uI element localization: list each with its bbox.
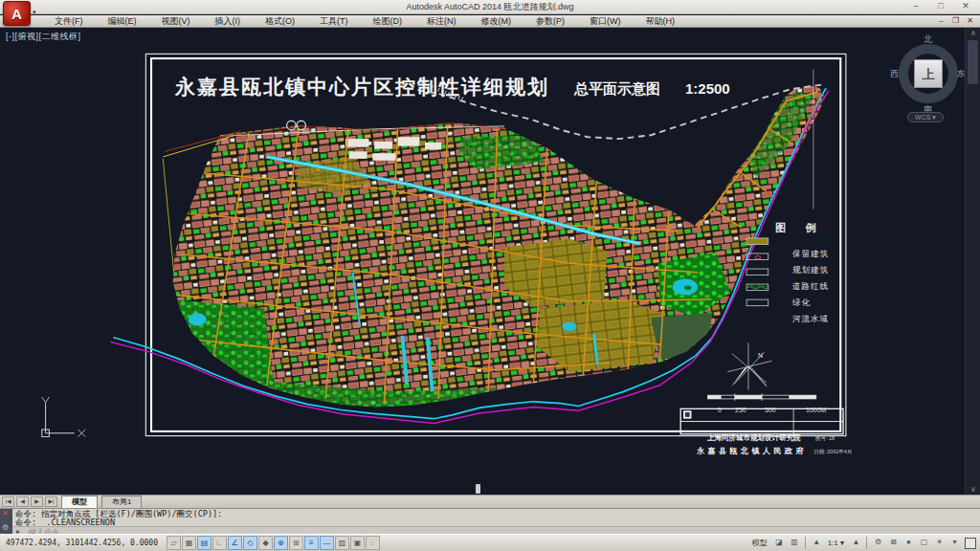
tray-icon-5[interactable]: ▾	[947, 536, 962, 550]
menu-item-5[interactable]: 工具(T)	[307, 15, 361, 28]
toggle-quick-properties[interactable]: ▣	[350, 536, 365, 550]
toggle-infer-constraints[interactable]: ▱	[167, 536, 181, 550]
coordinates-display[interactable]: 497472.4294, 3101442.4256, 0.0000	[0, 539, 166, 547]
toggle-dynamic-ucs[interactable]: ⊞	[289, 536, 303, 550]
menu-item-8[interactable]: 修改(M)	[469, 15, 524, 28]
viewport-controls-label[interactable]: [-][俯视][二维线框]	[6, 31, 81, 43]
sheet-scale: 1:2500	[685, 80, 730, 99]
tray-icon-4[interactable]: ☀	[932, 536, 947, 550]
sheet-main-title: 永嘉县瓯北镇中心片区控制性详细规划	[175, 74, 549, 100]
toggle-polar-tracking[interactable]: ∠	[228, 536, 242, 550]
scale-bar	[707, 393, 815, 401]
command-rail: ✕ ⚙	[0, 509, 12, 535]
toggle-selection-cycling[interactable]: ◌	[366, 536, 380, 550]
menu-item-9[interactable]: 参数(P)	[523, 15, 577, 28]
scalebar-tick-3: 1000M	[806, 407, 826, 413]
window-button-close[interactable]: ✕	[953, 0, 978, 13]
annotation-icon[interactable]: ▲	[810, 536, 824, 550]
north-arrow	[727, 342, 771, 389]
sheet-subtitle: 总平面示意图	[574, 80, 660, 99]
sheet-subtitle-row: 总平面示意图 1:2500	[574, 80, 730, 99]
status-right-cluster: 模型 ◪▥ ▲ 1:1 ▾ ▲ ⚙⊠●▢☀▾	[748, 536, 980, 550]
titleblock-date: 日期: 2001年4月	[813, 449, 852, 455]
annotation-scale-button[interactable]: 1:1 ▾	[824, 539, 848, 547]
tab-nav-3[interactable]: ▶|	[45, 496, 57, 507]
tab-layout1[interactable]: 布局1	[101, 496, 142, 508]
menu-bar-items: 文件(F)编辑(E)视图(V)插入(I)格式(O)工具(T)绘图(D)标注(N)…	[0, 15, 980, 28]
tab-nav-2[interactable]: ▶	[31, 496, 43, 507]
tab-nav-1[interactable]: ◀	[16, 496, 29, 507]
tray-icon-0[interactable]: ⚙	[871, 536, 885, 550]
mdi-window-buttons[interactable]: –❐✕	[934, 15, 977, 28]
tray-icon-2[interactable]: ●	[902, 536, 916, 550]
titleblock-government: 永嘉县瓯北镇人民政府	[697, 446, 807, 456]
layout-quickview-icons: ◪▥	[771, 536, 802, 550]
menu-item-1[interactable]: 编辑(E)	[96, 15, 149, 28]
clean-screen-button[interactable]	[965, 538, 976, 549]
scroll-up-icon[interactable]: ∧	[966, 29, 980, 37]
menu-item-11[interactable]: 帮助(H)	[634, 15, 688, 28]
tray-icon-3[interactable]: ▢	[917, 536, 931, 550]
toggle-grid-display[interactable]: ▤	[197, 536, 212, 550]
north-label: N	[758, 352, 763, 359]
menu-item-7[interactable]: 标注(N)	[414, 15, 469, 28]
scalebar-tick-2: 500	[765, 407, 776, 413]
scroll-down-icon[interactable]: ∨	[966, 485, 980, 494]
viewcube-top-face[interactable]: 上	[914, 59, 943, 88]
annotation-visibility-icon[interactable]: ▲	[849, 536, 863, 550]
status-bar: 497472.4294, 3101442.4256, 0.0000 ▱▦▤∟∠◇…	[0, 534, 980, 551]
toggle-dynamic-input[interactable]: ≡	[304, 536, 319, 550]
scalebar-tick-1: 250	[735, 407, 746, 413]
viewcube-north[interactable]: 北	[924, 33, 932, 46]
tab-model[interactable]: 模型	[61, 496, 98, 508]
logo-dropdown-arrow-icon[interactable]: ▾	[33, 9, 36, 16]
menu-item-2[interactable]: 视图(V)	[149, 15, 203, 28]
vertical-scrollbar[interactable]: ∧ ∨	[965, 28, 980, 495]
menu-item-3[interactable]: 插入(I)	[203, 15, 254, 28]
toggle-ortho-mode[interactable]: ∟	[212, 536, 227, 550]
scalebar-tick-0: 0	[718, 407, 722, 413]
vertical-scroll-thumb[interactable]	[968, 40, 978, 84]
toggle-snap-mode[interactable]: ▦	[182, 536, 196, 550]
toggle-3d-object-snap[interactable]: ◆	[258, 536, 273, 550]
title-bar: Autodesk AutoCAD 2014 瓯北道路规划.dwg	[0, 0, 980, 14]
autocad-window: Autodesk AutoCAD 2014 瓯北道路规划.dwg –□✕ A ▾…	[0, 0, 980, 551]
window-title: Autodesk AutoCAD 2014 瓯北道路规划.dwg	[0, 0, 980, 14]
menu-item-4[interactable]: 格式(O)	[253, 15, 307, 28]
toggle-transparency[interactable]: ▨	[335, 536, 349, 550]
toggle-lineweight[interactable]: —	[320, 536, 334, 550]
menu-item-6[interactable]: 绘图(D)	[361, 15, 415, 28]
app-logo-icon[interactable]: A	[3, 1, 31, 26]
toggle-object-snap[interactable]: ◇	[243, 536, 257, 550]
status-toggles: ▱▦▤∟∠◇◆⊕⊞≡—▨▣◌	[166, 536, 380, 550]
mdi-button-min[interactable]: –	[934, 15, 948, 28]
viewcube[interactable]: 上 北 南 西 东	[888, 33, 969, 114]
window-button-max[interactable]: □	[928, 0, 953, 13]
horizontal-scroll-thumb[interactable]	[476, 484, 480, 494]
titleblock-institute: 上海同济城市规划设计研究院	[707, 433, 801, 443]
mdi-button-restore[interactable]: ❐	[948, 15, 963, 28]
window-button-min[interactable]: –	[903, 0, 928, 13]
wcs-dropdown[interactable]: WCS ▾	[907, 112, 944, 122]
tray-icons: ⚙⊠●▢☀▾	[870, 536, 962, 550]
layout-icon-1[interactable]: ▥	[788, 536, 802, 550]
window-buttons[interactable]: –□✕	[903, 0, 978, 13]
model-space-button[interactable]: 模型	[748, 538, 771, 548]
tab-nav-buttons[interactable]: |◀◀▶▶|	[0, 496, 57, 507]
ucs-icon	[42, 397, 85, 437]
drawing-canvas[interactable]: [-][俯视][二维线框]	[0, 28, 980, 495]
legend-swatches	[746, 238, 768, 306]
menu-item-0[interactable]: 文件(F)	[42, 15, 96, 28]
command-customize-icon[interactable]: ⚙	[2, 523, 9, 532]
command-close-icon[interactable]: ✕	[2, 509, 9, 518]
toggle-object-snap-tracking[interactable]: ⊕	[274, 536, 288, 550]
mdi-button-close[interactable]: ✕	[963, 15, 977, 28]
layout-tabs-row: |◀◀▶▶| 模型 布局1	[0, 495, 980, 508]
viewcube-west[interactable]: 西	[890, 68, 899, 80]
command-window[interactable]: ✕ ⚙ 命令: 指定对角点或 [栏选(F)/圈围(WP)/圈交(CP)]: 命令…	[0, 508, 980, 534]
menu-item-10[interactable]: 窗口(W)	[577, 15, 634, 28]
tab-nav-0[interactable]: |◀	[2, 496, 14, 507]
titleblock-sheet-no: 图号: 18	[815, 435, 835, 442]
tray-icon-1[interactable]: ⊠	[886, 536, 901, 550]
layout-icon-0[interactable]: ◪	[772, 536, 787, 550]
